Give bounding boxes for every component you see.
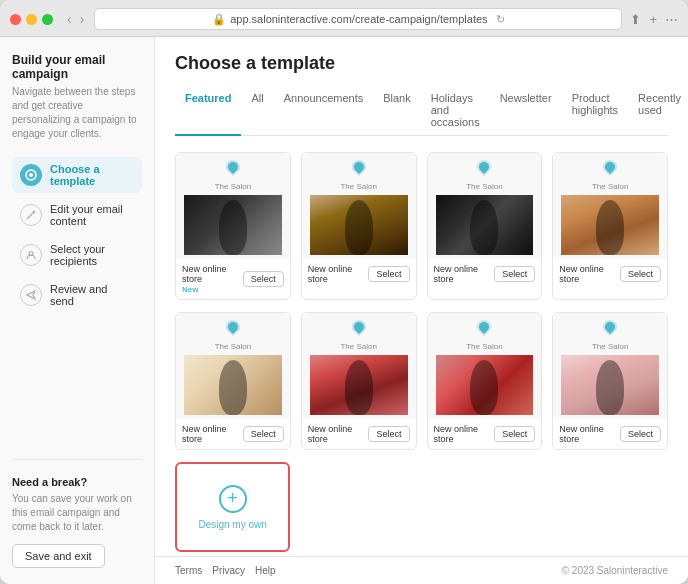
add-tab-icon[interactable]: + [649, 12, 657, 27]
card-footer-6: New online store Select [302, 419, 416, 449]
step-icon-review-send [20, 284, 42, 306]
salon-logo-icon-8 [601, 319, 619, 340]
card-brand-3: The Salon [466, 182, 502, 191]
need-break-desc: You can save your work on this email cam… [12, 492, 142, 534]
sidebar-bottom: Need a break? You can save your work on … [12, 459, 142, 568]
template-card-1[interactable]: The Salon New online store New Select [175, 152, 291, 300]
tab-featured[interactable]: Featured [175, 86, 241, 136]
select-button-2[interactable]: Select [368, 266, 409, 282]
card-brand-5: The Salon [215, 342, 251, 351]
hair-figure-8 [561, 355, 659, 415]
card-brand-2: The Salon [340, 182, 376, 191]
need-break-title: Need a break? [12, 476, 142, 488]
browser-window: ‹ › 🔒 app.saloninteractive.com/create-ca… [0, 0, 688, 584]
select-button-5[interactable]: Select [243, 426, 284, 442]
page-footer: Terms Privacy Help © 2023 Saloninteracti… [155, 556, 688, 584]
save-exit-button[interactable]: Save and exit [12, 544, 105, 568]
card-badge-1: New [182, 285, 243, 294]
card-top-5: The Salon [176, 313, 290, 419]
footer-copyright: © 2023 Saloninteractive [562, 565, 668, 576]
card-footer-2: New online store Select [302, 259, 416, 289]
design-own-label: Design my own [198, 519, 266, 530]
forward-button[interactable]: › [78, 11, 87, 27]
step-review-send[interactable]: Review and send [12, 277, 142, 313]
step-edit-content[interactable]: Edit your email content [12, 197, 142, 233]
template-card-7[interactable]: The Salon New online store Select [427, 312, 543, 450]
select-button-7[interactable]: Select [494, 426, 535, 442]
design-own-card[interactable]: + Design my own [175, 462, 290, 552]
card-image-5 [184, 355, 282, 415]
svg-point-1 [29, 173, 33, 177]
templates-grid-row2: The Salon New online store Select [175, 312, 668, 450]
card-brand-4: The Salon [592, 182, 628, 191]
template-card-5[interactable]: The Salon New online store Select [175, 312, 291, 450]
card-image-3 [436, 195, 534, 255]
card-brand-1: The Salon [215, 182, 251, 191]
card-image-7 [436, 355, 534, 415]
card-top-8: The Salon [553, 313, 667, 419]
step-select-recipients[interactable]: Select your recipients [12, 237, 142, 273]
browser-chrome: ‹ › 🔒 app.saloninteractive.com/create-ca… [0, 0, 688, 37]
step-choose-template[interactable]: Choose a template [12, 157, 142, 193]
plus-icon: + [219, 485, 247, 513]
share-icon[interactable]: ⬆ [630, 12, 641, 27]
select-button-1[interactable]: Select [243, 271, 284, 287]
salon-logo-icon-3 [475, 159, 493, 180]
back-button[interactable]: ‹ [65, 11, 74, 27]
templates-grid-row1: The Salon New online store New Select [175, 152, 668, 300]
tab-all[interactable]: All [241, 86, 273, 136]
salon-logo-icon-7 [475, 319, 493, 340]
hair-figure-2 [310, 195, 408, 255]
step-label-edit-content: Edit your email content [50, 203, 134, 227]
card-brand-6: The Salon [340, 342, 376, 351]
card-image-2 [310, 195, 408, 255]
tab-newsletter[interactable]: Newsletter [490, 86, 562, 136]
select-button-6[interactable]: Select [368, 426, 409, 442]
step-label-review-send: Review and send [50, 283, 134, 307]
page-title: Choose a template [175, 53, 668, 74]
card-image-6 [310, 355, 408, 415]
template-card-2[interactable]: The Salon New online store Select [301, 152, 417, 300]
close-button[interactable] [10, 14, 21, 25]
template-card-8[interactable]: The Salon New online store Select [552, 312, 668, 450]
template-card-4[interactable]: The Salon New online store Select [552, 152, 668, 300]
template-card-6[interactable]: The Salon New online store Select [301, 312, 417, 450]
footer-terms[interactable]: Terms [175, 565, 202, 576]
refresh-icon: ↻ [496, 13, 505, 26]
salon-logo-icon-5 [224, 319, 242, 340]
hair-figure-1 [184, 195, 282, 255]
sidebar-header: Build your email campaign Navigate betwe… [12, 53, 142, 157]
minimize-button[interactable] [26, 14, 37, 25]
card-name-7: New online store [434, 424, 495, 444]
menu-icon[interactable]: ⋯ [665, 12, 678, 27]
hair-figure-7 [436, 355, 534, 415]
maximize-button[interactable] [42, 14, 53, 25]
address-bar[interactable]: 🔒 app.saloninteractive.com/create-campai… [94, 8, 622, 30]
footer-links: Terms Privacy Help [175, 565, 276, 576]
bottom-row: + Design my own [175, 462, 668, 552]
card-name-1: New online store [182, 264, 243, 284]
select-button-8[interactable]: Select [620, 426, 661, 442]
hair-figure-3 [436, 195, 534, 255]
footer-privacy[interactable]: Privacy [212, 565, 245, 576]
sidebar-title: Build your email campaign [12, 53, 142, 81]
template-card-3[interactable]: The Salon New online store Select [427, 152, 543, 300]
card-top-3: The Salon [428, 153, 542, 259]
step-icon-edit-content [20, 204, 42, 226]
tab-recently-used[interactable]: Recently used [628, 86, 688, 136]
footer-help[interactable]: Help [255, 565, 276, 576]
tab-announcements[interactable]: Announcements [274, 86, 374, 136]
card-footer-4: New online store Select [553, 259, 667, 289]
card-footer-1: New online store New Select [176, 259, 290, 299]
card-footer-8: New online store Select [553, 419, 667, 449]
tab-product-highlights[interactable]: Product highlights [562, 86, 628, 136]
salon-logo-icon-6 [350, 319, 368, 340]
select-button-3[interactable]: Select [494, 266, 535, 282]
need-break-section: Need a break? You can save your work on … [12, 476, 142, 568]
template-tabs: Featured All Announcements Blank Holiday… [175, 86, 668, 136]
lock-icon: 🔒 [212, 13, 226, 26]
tab-blank[interactable]: Blank [373, 86, 421, 136]
nav-buttons: ‹ › [65, 11, 86, 27]
select-button-4[interactable]: Select [620, 266, 661, 282]
tab-holidays[interactable]: Holidays and occasions [421, 86, 490, 136]
